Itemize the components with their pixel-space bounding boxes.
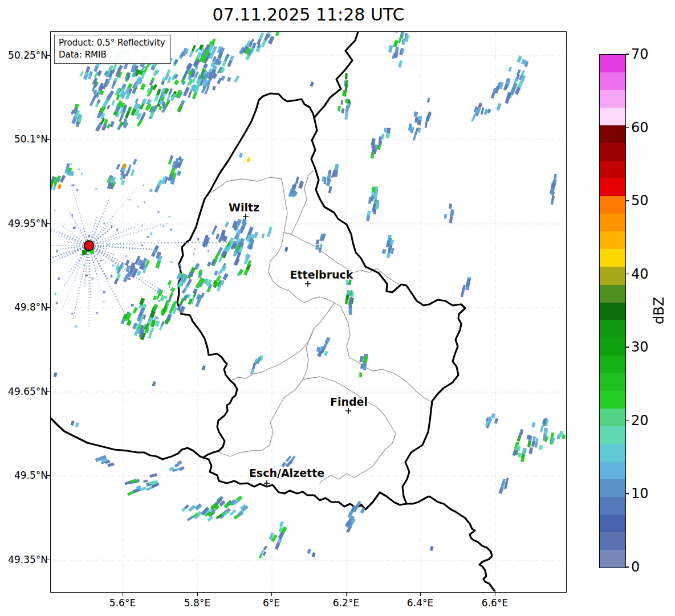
- lon-tick-label: 6°E: [263, 597, 280, 609]
- colorbar-segment: [600, 303, 625, 320]
- lat-tick-mark: [47, 139, 50, 140]
- colorbar-tick-mark: [625, 54, 629, 55]
- lat-tick-label: 49.35°N: [0, 554, 48, 565]
- colorbar-segment: [600, 108, 625, 125]
- colorbar-segment: [600, 214, 625, 231]
- lon-tick-mark: [123, 593, 123, 596]
- colorbar-tick-label: 40: [631, 266, 649, 282]
- colorbar-tick-mark: [625, 274, 629, 275]
- lon-tick-label: 6.2°E: [333, 597, 359, 609]
- lat-tick-label: 49.95°N: [0, 218, 48, 229]
- lat-tick-mark: [47, 391, 50, 392]
- colorbar-tick-mark: [625, 420, 629, 421]
- colorbar-tick-mark: [625, 200, 629, 201]
- colorbar-segment: [600, 426, 625, 444]
- lat-tick-mark: [47, 307, 50, 308]
- figure-title: 07.11.2025 11:28 UTC: [50, 5, 567, 25]
- lon-tick-mark: [346, 593, 347, 596]
- colorbar-segment: [600, 409, 625, 426]
- colorbar-tick-label: 10: [631, 486, 649, 501]
- colorbar-unit-label: dBZ: [651, 297, 667, 324]
- product-info-box: Product: 0.5° Reflectivity Data: RMIB: [54, 35, 171, 64]
- colorbar-tick-mark: [625, 346, 629, 348]
- city-marker-ettelbruck: [305, 281, 311, 287]
- lat-tick-mark: [47, 560, 50, 560]
- colorbar-segment: [600, 55, 625, 72]
- colorbar-segment: [600, 391, 625, 409]
- colorbar: [599, 54, 626, 568]
- product-info-line2: Data: RMIB: [59, 49, 165, 61]
- map-layers: [51, 32, 566, 591]
- lon-tick-mark: [197, 593, 198, 596]
- city-label-esch-alzette: Esch/Alzette: [249, 467, 324, 479]
- lat-tick-mark: [47, 55, 50, 56]
- colorbar-segment: [600, 356, 625, 373]
- map-canvas: Product: 0.5° Reflectivity Data: RMIB Wi…: [50, 31, 567, 593]
- lat-tick-label: 50.25°N: [0, 50, 48, 61]
- colorbar-tick-label: 60: [631, 120, 649, 136]
- colorbar-segment: [600, 196, 625, 214]
- lon-tick-mark: [271, 593, 272, 596]
- colorbar-segment: [600, 515, 625, 532]
- colorbar-segment: [600, 249, 625, 267]
- colorbar-tick-label: 50: [631, 193, 649, 209]
- lon-tick-label: 5.6°E: [109, 597, 136, 609]
- radar-site-dot: [84, 241, 94, 251]
- city-label-ettelbruck: Ettelbruck: [290, 268, 353, 281]
- colorbar-segment: [600, 125, 625, 143]
- colorbar-segment: [600, 532, 625, 550]
- colorbar-segment: [600, 444, 625, 462]
- colorbar-tick-label: 0: [631, 559, 640, 575]
- lat-tick-label: 49.8°N: [0, 301, 48, 313]
- lon-tick-label: 6.4°E: [407, 597, 433, 609]
- colorbar-segment: [600, 143, 625, 161]
- colorbar-segment: [600, 90, 625, 108]
- colorbar-segment: [600, 231, 625, 249]
- colorbar-tick-mark: [625, 566, 629, 568]
- lat-tick-mark: [47, 475, 50, 476]
- colorbar-segment: [600, 373, 625, 391]
- radar-figure: 07.11.2025 11:28 UTC Product: 0.5° Refle…: [0, 0, 675, 616]
- lat-tick-mark: [47, 223, 50, 224]
- colorbar-tick-label: 30: [631, 339, 649, 355]
- colorbar-segment: [600, 320, 625, 338]
- lat-tick-label: 49.5°N: [0, 470, 48, 481]
- colorbar-tick-mark: [625, 493, 629, 495]
- city-label-findel: Findel: [330, 395, 368, 408]
- colorbar-segment: [600, 497, 625, 515]
- lat-tick-label: 50.1°N: [0, 133, 48, 145]
- lon-tick-mark: [495, 593, 495, 596]
- colorbar-tick-label: 20: [631, 413, 649, 429]
- lon-tick-label: 5.8°E: [184, 597, 210, 609]
- colorbar-segment: [600, 178, 625, 196]
- colorbar-segment: [600, 550, 625, 568]
- lon-tick-mark: [420, 593, 421, 596]
- colorbar-tick-label: 70: [631, 46, 649, 62]
- colorbar-segment: [600, 161, 625, 178]
- colorbar-segment: [600, 285, 625, 303]
- city-label-wiltz: Wiltz: [229, 201, 259, 214]
- colorbar-segment: [600, 338, 625, 356]
- colorbar-tick-mark: [625, 127, 629, 128]
- colorbar-segment: [600, 462, 625, 479]
- product-info-line1: Product: 0.5° Reflectivity: [59, 37, 165, 49]
- colorbar-segment: [600, 267, 625, 284]
- colorbar-segment: [600, 72, 625, 90]
- colorbar-segment: [600, 479, 625, 497]
- lat-tick-label: 49.65°N: [0, 386, 48, 397]
- lon-tick-label: 6.6°E: [482, 597, 508, 609]
